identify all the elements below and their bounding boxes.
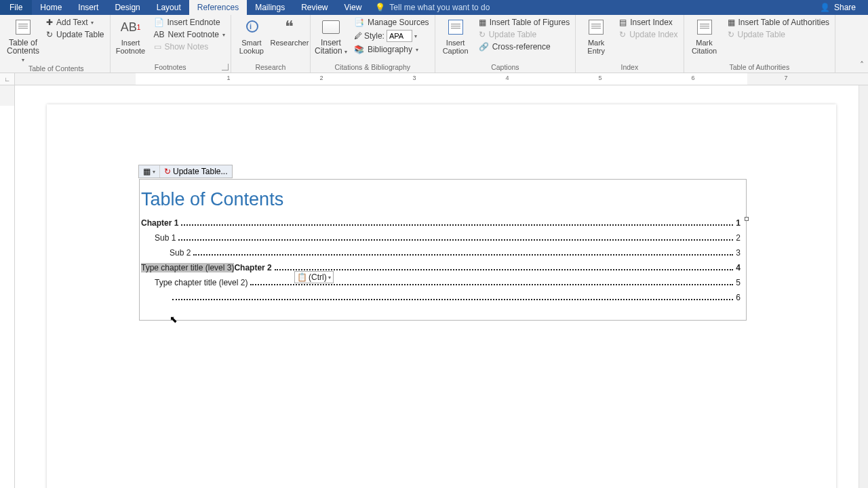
- document-body[interactable]: ▦ ▾ ↻ Update Table... Table of Contents …: [47, 104, 836, 348]
- group-research: i Smart Lookup ❝ Researcher Research: [231, 15, 311, 73]
- update-toa-button[interactable]: ↻Update Table: [726, 29, 832, 40]
- toc-entry[interactable]: Chapter 1 1: [141, 218, 741, 228]
- chevron-down-icon: ▾: [153, 169, 155, 175]
- update-toa-icon: ↻: [728, 30, 734, 39]
- insert-footnote-label: Insert Footnote: [116, 39, 145, 55]
- ruler-num: 1: [226, 75, 230, 81]
- group-label-citations: Citations & Bibliography: [314, 63, 431, 72]
- toc-field[interactable]: ▦ ▾ ↻ Update Table... Table of Contents …: [139, 179, 747, 321]
- toc-entry-page: 3: [736, 248, 741, 258]
- toc-entry[interactable]: Type chapter title (level 2) 5 📋 (Ctrl) …: [141, 278, 741, 287]
- captions-update-button[interactable]: ↻Update Table: [477, 29, 572, 40]
- toc-entry-text: Chapter 1: [141, 218, 178, 228]
- manage-sources-icon: 📑: [354, 18, 364, 27]
- update-index-button[interactable]: ↻Update Index: [617, 29, 679, 40]
- toc-leader: [275, 269, 734, 270]
- group-label-index: Index: [579, 63, 679, 72]
- ruler-num: 6: [691, 75, 694, 81]
- share-label: Share: [834, 3, 856, 12]
- toc-entry[interactable]: Sub 2 3: [141, 248, 741, 258]
- manage-sources-button[interactable]: 📑Manage Sources: [352, 17, 431, 28]
- insert-citation-button[interactable]: Insert Citation ▾: [314, 17, 348, 56]
- toc-entry[interactable]: 6: [141, 293, 741, 302]
- insert-table-figures-button[interactable]: ▦Insert Table of Figures: [477, 17, 572, 28]
- horizontal-ruler[interactable]: 1 2 3 4 5 6 7: [15, 73, 868, 85]
- ruler-num: 7: [784, 75, 787, 81]
- tab-review[interactable]: Review: [293, 0, 336, 15]
- insert-endnote-button[interactable]: 📄Insert Endnote: [152, 17, 227, 28]
- toc-icon: [16, 17, 31, 37]
- tell-me-search[interactable]: 💡 Tell me what you want to do: [375, 0, 490, 15]
- insert-index-icon: ▤: [619, 18, 627, 27]
- researcher-button[interactable]: ❝ Researcher: [273, 17, 307, 47]
- group-label-footnotes: Footnotes: [114, 63, 227, 72]
- mark-citation-button[interactable]: Mark Citation: [688, 17, 722, 55]
- insert-caption-icon: [448, 17, 463, 37]
- mark-entry-label: Mark Entry: [587, 39, 605, 55]
- collapse-ribbon-icon[interactable]: ˄: [860, 60, 864, 70]
- footnotes-dialog-launcher[interactable]: [222, 64, 229, 70]
- toc-leader: [172, 299, 733, 300]
- tab-file[interactable]: File: [0, 0, 32, 15]
- insert-caption-button[interactable]: Insert Caption: [439, 17, 473, 55]
- tab-selector[interactable]: ∟: [0, 73, 15, 85]
- researcher-icon: ❝: [285, 17, 294, 37]
- cross-reference-button[interactable]: 🔗Cross-reference: [477, 41, 572, 52]
- group-citations: Insert Citation ▾ 📑Manage Sources 🖉 Styl…: [311, 15, 435, 73]
- smart-lookup-button[interactable]: i Smart Lookup: [235, 17, 269, 55]
- insert-toa-button[interactable]: ▦Insert Table of Authorities: [726, 17, 832, 28]
- next-footnote-button[interactable]: ABNext Footnote ▾: [152, 29, 227, 40]
- show-notes-icon: ▭: [154, 42, 161, 52]
- ruler-num: 5: [598, 75, 601, 81]
- share-icon: 👤: [820, 3, 830, 12]
- ribbon: Table of Contents ▾ ✚Add Text ▾ ↻Update …: [0, 15, 868, 73]
- tab-design[interactable]: Design: [106, 0, 148, 15]
- tab-home[interactable]: Home: [32, 0, 70, 15]
- style-select[interactable]: [387, 30, 412, 42]
- toc-entry-page: 1: [736, 218, 741, 228]
- update-icon: ↻: [46, 30, 53, 39]
- insert-toa-icon: ▦: [728, 18, 735, 27]
- insert-citation-label: Insert Citation ▾: [315, 39, 347, 56]
- tab-mailings[interactable]: Mailings: [247, 0, 293, 15]
- share-button[interactable]: 👤 Share: [814, 0, 861, 15]
- tab-insert[interactable]: Insert: [70, 0, 106, 15]
- add-text-icon: ✚: [46, 18, 53, 27]
- group-toc: Table of Contents ▾ ✚Add Text ▾ ↻Update …: [3, 15, 111, 73]
- mark-citation-icon: [697, 17, 712, 37]
- paste-options-tag[interactable]: 📋 (Ctrl) ▾: [294, 271, 334, 283]
- show-notes-button[interactable]: ▭Show Notes: [152, 41, 227, 52]
- add-text-button[interactable]: ✚Add Text ▾: [44, 17, 106, 28]
- insert-footnote-button[interactable]: AB1 Insert Footnote: [114, 17, 148, 55]
- toc-entry[interactable]: Sub 1 2: [141, 233, 741, 243]
- insert-citation-icon: [322, 17, 340, 37]
- insert-index-button[interactable]: ▤Insert Index: [617, 17, 679, 28]
- endnote-icon: 📄: [154, 18, 164, 27]
- update-table-button[interactable]: ↻Update Table: [44, 29, 106, 40]
- footnote-icon: AB1: [121, 17, 141, 37]
- tab-references[interactable]: References: [189, 0, 247, 15]
- toc-button[interactable]: Table of Contents ▾: [6, 17, 40, 64]
- toc-entry-page: 6: [736, 293, 741, 302]
- style-dropdown-icon[interactable]: ▾: [414, 33, 417, 39]
- edit-area: ▦ ▾ ↻ Update Table... Table of Contents …: [0, 85, 868, 488]
- toc-field-update-button[interactable]: ↻ Update Table...: [160, 165, 232, 178]
- group-index: Mark Entry ▤Insert Index ↻Update Index I…: [576, 15, 684, 73]
- bibliography-button[interactable]: 📚Bibliography ▾: [352, 44, 431, 55]
- toc-entry[interactable]: Type chapter title (level 3) Chapter 2 4: [141, 263, 741, 272]
- field-resize-handle[interactable]: [745, 217, 749, 221]
- group-label-research: Research: [235, 63, 307, 72]
- mark-entry-button[interactable]: Mark Entry: [579, 17, 613, 55]
- next-footnote-icon: AB: [154, 30, 165, 39]
- researcher-label: Researcher: [270, 39, 309, 47]
- chevron-down-icon: ▾: [328, 274, 331, 281]
- toc-entry-page: 5: [736, 278, 741, 287]
- toc-leader: [178, 239, 733, 241]
- tab-view[interactable]: View: [336, 0, 370, 15]
- group-captions: Insert Caption ▦Insert Table of Figures …: [435, 15, 576, 73]
- toc-entry-text: Chapter 2: [234, 263, 271, 272]
- toc-field-menu[interactable]: ▦ ▾: [139, 165, 160, 178]
- vertical-ruler[interactable]: [0, 85, 15, 488]
- tab-layout[interactable]: Layout: [149, 0, 189, 15]
- vertical-scrollbar[interactable]: [859, 85, 868, 488]
